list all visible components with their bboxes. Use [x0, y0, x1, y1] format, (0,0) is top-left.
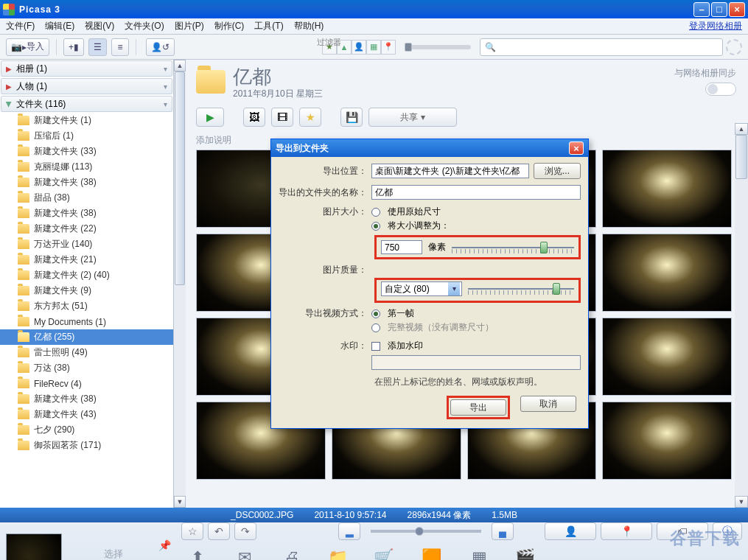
size-slider[interactable] — [452, 245, 574, 251]
filter-geo-icon[interactable]: 📍 — [381, 40, 396, 55]
sidebar-folder-item[interactable]: 东方邦太 (51) — [0, 298, 173, 314]
thumbnail[interactable] — [602, 402, 732, 480]
content-scrollbar[interactable]: ▲ ▼ — [735, 123, 748, 508]
sidebar-folder-item[interactable]: 亿都 (255) — [0, 329, 173, 345]
pixel-input[interactable] — [381, 240, 422, 254]
menu-view[interactable]: 视图(V) — [85, 20, 114, 32]
sidebar-folder-item[interactable]: 新建文件夹 (1) — [0, 113, 173, 128]
search-input[interactable]: 🔍 — [480, 38, 723, 56]
export-button[interactable]: 导出 — [450, 399, 506, 416]
sidebar-folder-item[interactable]: FileRecv (4) — [0, 376, 173, 391]
video-frame-radio[interactable] — [371, 309, 380, 318]
people-button[interactable]: 👤↺ — [146, 38, 175, 56]
sidebar-folder-item[interactable]: 克丽缇娜 (113) — [0, 159, 173, 175]
scroll-up-button[interactable]: ▲ — [174, 60, 186, 71]
scroll-thumb[interactable] — [175, 71, 185, 285]
sidebar-folder-item[interactable]: 新建文件夹 (2) (40) — [0, 267, 173, 283]
sidebar-folder-item[interactable]: 万达 (38) — [0, 360, 173, 376]
clear-icon[interactable]: ⊘ — [158, 556, 171, 561]
selection-thumbnail[interactable] — [6, 533, 62, 561]
menu-tools[interactable]: 工具(T) — [254, 20, 283, 32]
sidebar-folder-item[interactable]: 新建文件夹 (38) — [0, 206, 173, 221]
watermark-input[interactable] — [371, 355, 581, 370]
star-button[interactable]: ★ — [299, 108, 321, 127]
menu-file[interactable]: 文件(F) — [6, 20, 35, 32]
sidebar-scrollbar[interactable]: ▲ ▼ — [174, 60, 186, 508]
sidebar-folder-item[interactable]: 万达开业 (140) — [0, 237, 173, 252]
menu-edit[interactable]: 编辑(E) — [45, 20, 74, 32]
quality-slider[interactable] — [468, 286, 574, 292]
share-button[interactable]: 共享 ▾ — [368, 108, 457, 127]
filter-face-icon[interactable]: 👤 — [352, 40, 366, 55]
sidebar-folder-item[interactable]: 新建文件夹 (38) — [0, 391, 173, 407]
menu-folder[interactable]: 文件夹(O) — [125, 20, 164, 32]
menu-help[interactable]: 帮助(H) — [294, 20, 324, 32]
scroll-up-button[interactable]: ▲ — [735, 123, 748, 135]
minimize-button[interactable] — [693, 2, 710, 17]
geotag-button[interactable]: 📍 — [601, 522, 652, 540]
scroll-thumb[interactable] — [735, 135, 747, 179]
filter-movie-icon[interactable]: ▦ — [366, 40, 381, 55]
zoom-in-button[interactable]: ▄ — [492, 522, 514, 540]
sidebar-folder-item[interactable]: My Documents (1) — [0, 314, 173, 329]
sidebar-folder-item[interactable]: 新建文件夹 (43) — [0, 407, 173, 422]
pin-icon[interactable]: 📌 — [158, 539, 171, 552]
foldername-input[interactable] — [371, 185, 581, 200]
sidebar-folder-item[interactable]: 新建文件夹 (9) — [0, 283, 173, 298]
star-toggle-button[interactable]: ☆ — [181, 522, 203, 540]
sidebar-folder-item[interactable]: 御茶园茗茶 (171) — [0, 438, 173, 453]
sidebar-folder-item[interactable]: 甜品 (38) — [0, 190, 173, 206]
sidebar-folder-item[interactable]: 新建文件夹 (33) — [0, 144, 173, 159]
thumbnail[interactable] — [602, 234, 732, 312]
sync-toggle[interactable] — [705, 83, 736, 96]
launch-视频[interactable]: 🎬视频 — [508, 545, 541, 560]
thumbnail[interactable] — [602, 150, 732, 228]
sidebar-folder-item[interactable]: 雷士照明 (49) — [0, 345, 173, 360]
browse-button[interactable]: 浏览... — [534, 163, 581, 179]
sidebar-folder-item[interactable]: 压缩后 (1) — [0, 128, 173, 144]
zoom-slider[interactable] — [371, 530, 481, 533]
cancel-button[interactable]: 取消 — [520, 396, 576, 412]
play-slideshow-button[interactable]: ▶ — [196, 108, 224, 127]
launch-上传[interactable]: ⬆上传 — [181, 545, 214, 560]
filter-slider[interactable] — [405, 45, 471, 49]
scroll-down-button[interactable]: ▼ — [174, 496, 186, 508]
login-link[interactable]: 登录网络相册 — [689, 20, 742, 32]
scroll-down-button[interactable]: ▼ — [735, 496, 748, 508]
size-resize-radio[interactable] — [371, 222, 380, 231]
zoom-out-button[interactable]: ▂ — [338, 522, 360, 540]
sidebar-folder-item[interactable]: 新建文件夹 (38) — [0, 175, 173, 190]
sidebar-header-albums[interactable]: ▶相册 (1)▾ — [1, 60, 172, 77]
launch-商店[interactable]: 🛒商店 — [367, 545, 399, 560]
import-button[interactable]: 📷▸ 导入 — [6, 38, 49, 56]
watermark-checkbox[interactable] — [371, 342, 380, 351]
sidebar-folder-item[interactable]: 七夕 (290) — [0, 422, 173, 438]
launch-拼贴[interactable]: ▦拼贴 — [463, 545, 495, 560]
sidebar-header-people[interactable]: ▶人物 (1)▾ — [1, 78, 172, 94]
create-collage-button[interactable]: 🖼 — [243, 108, 265, 127]
close-button[interactable] — [729, 2, 745, 17]
thumbnail[interactable] — [602, 318, 732, 396]
rotate-right-button[interactable]: ↷ — [234, 522, 256, 540]
tag-people-button[interactable]: 👤 — [545, 522, 596, 540]
sidebar-folder-item[interactable]: 新建文件夹 (22) — [0, 221, 173, 237]
view-grid-button[interactable]: ☰ — [88, 38, 107, 56]
dialog-titlebar[interactable]: 导出到文件夹 × — [271, 139, 588, 157]
menu-picture[interactable]: 图片(P) — [175, 20, 204, 32]
add-folder-button[interactable]: +▮ — [63, 38, 84, 56]
save-button[interactable]: 💾 — [340, 108, 363, 127]
sidebar-header-folders[interactable]: ▶文件夹 (116)▾ — [1, 96, 172, 112]
maximize-button[interactable] — [711, 2, 727, 17]
view-list-button[interactable]: ≡ — [111, 38, 129, 56]
video-full-radio[interactable] — [371, 323, 380, 332]
launch-电子邮件[interactable]: ✉电子邮件 — [227, 545, 262, 560]
rotate-left-button[interactable]: ↶ — [208, 522, 230, 540]
size-original-radio[interactable] — [371, 208, 380, 217]
dialog-close-button[interactable]: × — [569, 141, 584, 155]
create-movie-button[interactable]: 🎞 — [271, 108, 293, 127]
launch-导出[interactable]: 📁导出 — [321, 545, 354, 560]
sidebar-folder-item[interactable]: 新建文件夹 (21) — [0, 252, 173, 267]
launch-BlogThis![interactable]: 🟧BlogThis! — [413, 545, 450, 560]
menu-create[interactable]: 制作(C) — [214, 20, 245, 32]
launch-打印[interactable]: 🖨打印 — [276, 545, 308, 560]
